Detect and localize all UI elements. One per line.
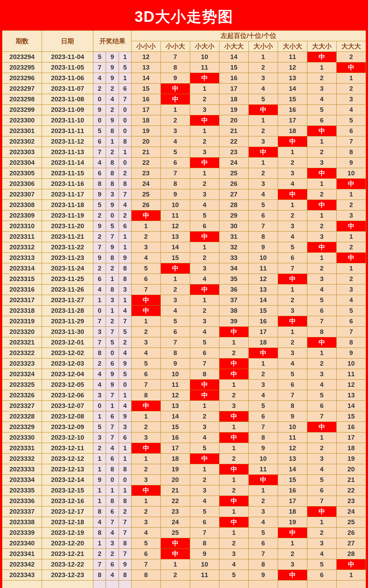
cell-trend: 2: [278, 337, 307, 348]
cell-trend: 19: [278, 517, 307, 528]
cell-trend: 16: [278, 105, 307, 115]
cell-draw-num: 1: [93, 485, 106, 496]
cell-draw-num: 2: [106, 316, 119, 327]
cell-trend: 15: [248, 306, 278, 316]
cell-trend: 12: [248, 274, 278, 284]
cell-draw-num: 8: [119, 179, 131, 189]
cell-date: 2023-11-21: [42, 232, 93, 242]
cell-draw-num: 1: [119, 147, 131, 158]
cell-trend: 5: [190, 506, 219, 517]
cell-date: 2023-11-04: [42, 52, 93, 62]
cell-draw-num: 5: [93, 126, 106, 136]
cell-issue: 2023302: [2, 136, 42, 147]
cell-trend: 12: [278, 443, 307, 454]
cell-trend: 9: [248, 570, 278, 580]
cell-trend: 8: [160, 348, 190, 358]
cell-trend: 15: [219, 62, 248, 73]
cell-trend: 1: [219, 337, 248, 348]
cell-draw-num: 0: [119, 158, 131, 168]
cell-trend: 11: [278, 52, 307, 62]
cell-trend: 中: [190, 454, 219, 464]
cell-trend: 9: [248, 443, 278, 454]
cell-draw-num: 4: [106, 94, 119, 105]
cell-draw-num: 7: [93, 337, 106, 348]
cell-draw-num: 6: [93, 168, 106, 179]
cell-trend: 12: [336, 380, 366, 390]
cell-draw-num: 0: [93, 306, 106, 316]
cell-draw-num: 0: [106, 475, 119, 485]
cell-trend: 3: [307, 538, 336, 549]
cell-draw-num: 1: [119, 390, 131, 401]
cell-issue: 2023317: [2, 295, 42, 306]
cell-trend: 5: [307, 105, 336, 115]
cell-draw-num: 8: [119, 496, 131, 506]
cell-date: 2023-11-19: [42, 210, 93, 221]
cell-trend: 13: [160, 232, 190, 242]
cell-trend: 10: [160, 200, 190, 210]
cell-date: 2023-12-20: [42, 538, 93, 549]
cell-date: 2023-11-06: [42, 73, 93, 84]
cell-draw-num: 5: [106, 337, 119, 348]
cell-issue: 2023323: [2, 358, 42, 369]
cell-trend: 9: [278, 411, 307, 422]
cell-trend: 12: [160, 390, 190, 401]
cell-trend: 6: [131, 274, 160, 284]
cell-trend: 6: [248, 411, 278, 422]
cell-trend: 5: [278, 369, 307, 380]
cell-trend: 11: [160, 210, 190, 221]
cell-trend: 15: [131, 84, 160, 94]
cell-trend: 5: [307, 295, 336, 306]
table-row: 20233162023-11-2648372中3613143: [2, 284, 366, 295]
cell-date: 2023-11-16: [42, 179, 93, 189]
cell-draw-num: 7: [119, 189, 131, 200]
cell-draw-num: 6: [106, 506, 119, 517]
table-row: 20233032023-11-13721215323中128: [2, 147, 366, 158]
cell-draw-num: 8: [106, 253, 119, 263]
cell-trend: 中: [307, 506, 336, 517]
cell-issue: 2023332: [2, 454, 42, 464]
table-row: 20233092023-11-19202中115296213: [2, 210, 366, 221]
cell-empty: [190, 580, 219, 588]
cell-draw-num: 2: [106, 263, 119, 274]
cell-draw-num: 3: [106, 538, 119, 549]
cell-trend: 中: [307, 337, 336, 348]
table-row: 20233312023-12-11241中1751912218: [2, 443, 366, 454]
cell-trend: 10: [336, 358, 366, 369]
table-row: 20233112023-11-21271213中318431: [2, 232, 366, 242]
cell-trend: 26: [131, 200, 160, 210]
cell-trend: 6: [336, 316, 366, 327]
cell-issue: 2023301: [2, 126, 42, 136]
cell-empty: [106, 580, 119, 588]
cell-trend: 15: [336, 411, 366, 422]
table-row: 20233352023-12-15111中2132116622: [2, 485, 366, 496]
cell-trend: 3: [336, 94, 366, 105]
cell-trend: 1: [219, 528, 248, 538]
cell-trend: 1: [190, 126, 219, 136]
cell-draw-num: 1: [106, 306, 119, 316]
cell-trend: 7: [278, 390, 307, 401]
cell-trend: 18: [248, 337, 278, 348]
cell-trend: 中: [160, 549, 190, 559]
cell-trend: 1: [131, 411, 160, 422]
cell-trend: 中: [190, 284, 219, 295]
cell-draw-num: 9: [106, 200, 119, 210]
cell-trend: 7: [336, 136, 366, 147]
cell-date: 2023-12-10: [42, 432, 93, 443]
cell-trend: 8: [131, 390, 160, 401]
cell-trend: 4: [248, 517, 278, 528]
table-row: 20233392023-12-19847425715中226: [2, 528, 366, 538]
cell-draw-num: 2: [93, 84, 106, 94]
cell-draw-num: 8: [106, 168, 119, 179]
cell-date: 2023-11-12: [42, 136, 93, 147]
cell-trend: 1: [248, 358, 278, 369]
header-trend-1: 小小大: [160, 41, 190, 52]
cell-trend: 1: [190, 242, 219, 253]
header-trend-6: 大大小: [307, 41, 336, 52]
cell-date: 2023-12-04: [42, 369, 93, 380]
cell-trend: 5: [131, 358, 160, 369]
cell-trend: 1: [248, 115, 278, 126]
cell-trend: 37: [219, 295, 248, 306]
cell-trend: 14: [219, 52, 248, 62]
cell-trend: 中: [131, 306, 160, 316]
cell-issue: 2023303: [2, 147, 42, 158]
